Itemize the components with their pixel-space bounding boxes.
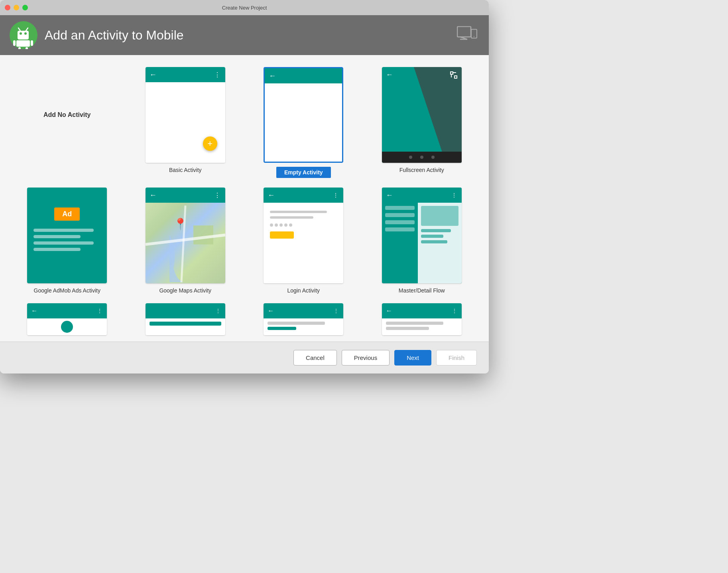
maps-topbar: ← ⋮ xyxy=(146,188,225,203)
nav-dot xyxy=(420,156,423,159)
svg-rect-17 xyxy=(451,72,453,74)
activity-item-no-activity[interactable]: Add No Activity xyxy=(12,67,122,178)
fullscreen-nav-bar xyxy=(382,152,462,163)
master-topbar: ← ⋮ xyxy=(382,188,462,203)
partial-topbar-4: ← ⋮ xyxy=(382,303,462,318)
menu-dots-login: ⋮ xyxy=(333,192,339,198)
menu-dots-icon: ⋮ xyxy=(214,71,221,79)
activity-item-empty[interactable]: ← Empty Activity xyxy=(248,67,359,178)
partial-content-2 xyxy=(146,322,225,335)
back-arrow-icon-maps: ← xyxy=(150,191,157,200)
activity-item-partial4[interactable]: ← ⋮ xyxy=(367,303,477,335)
detail-box xyxy=(421,206,458,226)
window-title: Create New Project xyxy=(222,5,267,11)
menu-dots-p1: ⋮ xyxy=(97,308,103,314)
back-arrow-p3: ← xyxy=(268,307,274,314)
list-item xyxy=(385,227,415,231)
bottom-bar: Cancel Previous Next Finish xyxy=(0,342,489,373)
login-label: Login Activity xyxy=(287,287,320,294)
svg-point-3 xyxy=(24,32,27,35)
list-item xyxy=(385,206,415,210)
fullscreen-topbar: ← xyxy=(382,67,462,82)
back-arrow-master: ← xyxy=(386,191,393,200)
menu-dots-p2: ⋮ xyxy=(216,308,221,314)
partial-content-3 xyxy=(264,318,343,335)
svg-rect-1 xyxy=(18,31,29,40)
maximize-button[interactable] xyxy=(22,5,28,10)
admob-activity-card: Ad xyxy=(27,188,107,283)
activity-grid: Add No Activity ← ⋮ + Basic Activity ← xyxy=(8,63,481,339)
master-detail-mockup: ← ⋮ xyxy=(382,188,462,283)
activity-item-fullscreen[interactable]: ← xyxy=(367,67,477,178)
list-item xyxy=(385,213,415,217)
master-detail-card: ← ⋮ xyxy=(382,188,462,283)
fullscreen-label: Fullscreen Activity xyxy=(399,167,444,173)
previous-button[interactable]: Previous xyxy=(342,350,390,366)
detail-pane xyxy=(418,203,462,283)
activity-item-admob[interactable]: Ad Google AdMob Ads Activity xyxy=(12,188,122,294)
partial-card-4: ← ⋮ xyxy=(382,303,462,335)
admob-line xyxy=(33,229,94,232)
login-field xyxy=(270,211,327,213)
activity-item-partial3[interactable]: ← ⋮ xyxy=(248,303,359,335)
detail-line xyxy=(421,240,447,243)
activity-item-master-detail[interactable]: ← ⋮ xyxy=(367,188,477,294)
partial-topbar-3: ← ⋮ xyxy=(264,303,343,318)
svg-rect-7 xyxy=(13,40,16,46)
admob-lines xyxy=(33,229,100,254)
menu-dots-master: ⋮ xyxy=(451,192,458,198)
map-pin-icon: 📍 xyxy=(173,217,187,231)
header: Add an Activity to Mobile xyxy=(0,15,489,55)
fab-icon: + xyxy=(203,136,217,151)
main-content: Add No Activity ← ⋮ + Basic Activity ← xyxy=(0,55,489,342)
svg-rect-21 xyxy=(193,225,213,245)
menu-dots-maps: ⋮ xyxy=(214,192,221,199)
activity-item-maps[interactable]: ← ⋮ xyxy=(130,188,241,294)
minimize-button[interactable] xyxy=(14,5,19,10)
next-button[interactable]: Next xyxy=(394,350,431,366)
expand-icon xyxy=(450,71,458,81)
cancel-button[interactable]: Cancel xyxy=(293,350,337,366)
detail-line xyxy=(421,229,451,232)
activity-item-partial2[interactable]: ⋮ xyxy=(130,303,241,335)
admob-line xyxy=(33,248,81,251)
maps-mockup: ← ⋮ xyxy=(146,188,225,283)
partial-content-1 xyxy=(27,318,107,335)
login-mockup: ← ⋮ xyxy=(264,188,343,283)
activity-item-partial1[interactable]: ← ⋮ xyxy=(12,303,122,335)
svg-rect-8 xyxy=(31,40,33,46)
dot xyxy=(275,223,278,227)
close-button[interactable] xyxy=(5,5,10,10)
login-field xyxy=(270,216,313,219)
partial-topbar-1: ← ⋮ xyxy=(27,303,107,318)
svg-point-2 xyxy=(20,32,22,35)
master-label: Master/Detail Flow xyxy=(399,287,445,294)
dot xyxy=(289,223,292,227)
master-content xyxy=(382,203,462,283)
admob-label: Google AdMob Ads Activity xyxy=(34,287,100,294)
nav-dot xyxy=(431,156,435,159)
page-title: Add an Activity to Mobile xyxy=(45,28,184,43)
maps-label: Google Maps Activity xyxy=(159,287,211,294)
dot xyxy=(270,223,273,227)
partial-topbar-2: ⋮ xyxy=(146,303,225,318)
finish-button: Finish xyxy=(436,350,477,366)
partial-content-4 xyxy=(382,318,462,335)
dot xyxy=(284,223,287,227)
empty-content xyxy=(265,83,342,162)
activity-item-login[interactable]: ← ⋮ xyxy=(248,188,359,294)
empty-activity-card: ← xyxy=(264,67,343,163)
partial-card-1: ← ⋮ xyxy=(27,303,107,335)
basic-activity-card: ← ⋮ + xyxy=(146,67,225,163)
android-logo xyxy=(10,21,37,49)
admob-line xyxy=(33,241,94,245)
back-arrow-p4: ← xyxy=(386,307,392,314)
back-arrow-login: ← xyxy=(268,191,275,200)
no-activity-label: Add No Activity xyxy=(43,111,91,119)
back-arrow-icon-empty: ← xyxy=(269,72,276,80)
svg-rect-18 xyxy=(455,76,457,78)
activity-item-basic[interactable]: ← ⋮ + Basic Activity xyxy=(130,67,241,178)
login-content xyxy=(264,203,343,247)
master-list xyxy=(382,203,418,283)
basic-label: Basic Activity xyxy=(169,167,202,173)
